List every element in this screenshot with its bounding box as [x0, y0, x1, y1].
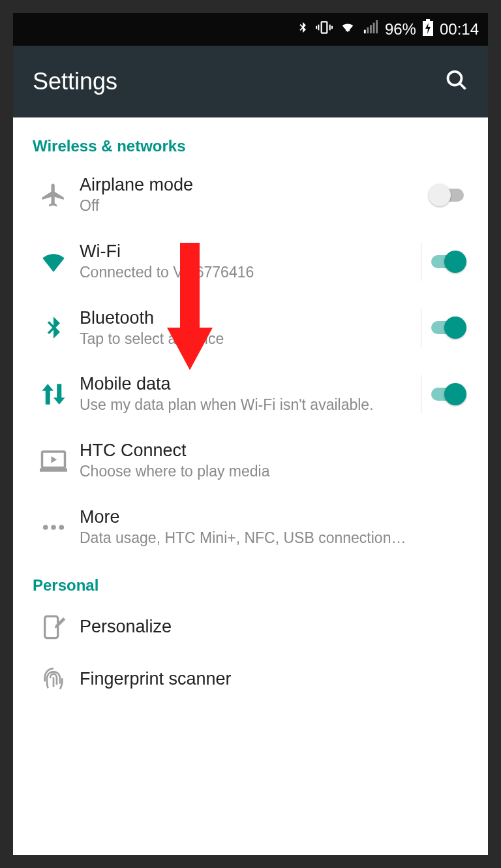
- phone-frame: 96% 00:14 Settings Wireless & networks A…: [13, 13, 488, 855]
- svg-rect-11: [426, 19, 430, 21]
- bluetooth-row-icon: [27, 315, 80, 341]
- row-subtitle: Tap to select a device: [80, 330, 413, 349]
- search-icon[interactable]: [445, 69, 468, 95]
- svg-rect-0: [322, 22, 327, 33]
- toggle-bluetooth[interactable]: [429, 317, 466, 339]
- row-title: Wi-Fi: [80, 241, 413, 262]
- app-bar: Settings: [13, 46, 488, 117]
- row-title: More: [80, 507, 466, 527]
- row-title: Fingerprint scanner: [80, 669, 466, 689]
- wifi-icon: [339, 20, 356, 39]
- page-title: Settings: [33, 68, 117, 95]
- fingerprint-icon: [27, 666, 80, 692]
- vibrate-icon: [316, 19, 333, 40]
- row-fingerprint[interactable]: Fingerprint scanner: [13, 653, 488, 705]
- mobile-data-icon: [27, 380, 80, 408]
- row-mobile-data[interactable]: Mobile data Use my data plan when Wi-Fi …: [13, 361, 488, 427]
- svg-point-19: [51, 525, 56, 530]
- status-bar: 96% 00:14: [13, 13, 488, 46]
- svg-rect-6: [367, 27, 369, 33]
- signal-icon: [363, 20, 378, 39]
- row-title: HTC Connect: [80, 441, 466, 461]
- toggle-wifi[interactable]: [429, 251, 466, 273]
- airplane-icon: [27, 181, 80, 209]
- settings-list[interactable]: Wireless & networks Airplane mode Off Wi…: [13, 117, 488, 855]
- row-subtitle: Use my data plan when Wi-Fi isn't availa…: [80, 395, 413, 414]
- row-subtitle: Connected to VM6776416: [80, 263, 413, 282]
- row-title: Bluetooth: [80, 308, 413, 328]
- battery-charging-icon: [423, 19, 433, 40]
- svg-point-18: [43, 525, 48, 530]
- svg-marker-17: [52, 456, 57, 463]
- htc-connect-icon: [27, 447, 80, 474]
- row-subtitle: Off: [80, 196, 414, 215]
- toggle-airplane[interactable]: [429, 184, 466, 206]
- svg-rect-9: [376, 20, 378, 33]
- row-subtitle: Data usage, HTC Mini+, NFC, USB connecti…: [80, 529, 466, 548]
- svg-rect-7: [370, 25, 372, 33]
- row-airplane-mode[interactable]: Airplane mode Off: [13, 162, 488, 228]
- section-header-wireless: Wireless & networks: [13, 121, 488, 162]
- svg-rect-8: [373, 23, 375, 33]
- battery-percentage: 96%: [385, 20, 416, 39]
- toggle-mobile-data[interactable]: [429, 383, 466, 405]
- svg-rect-5: [364, 30, 366, 33]
- section-header-personal: Personal: [13, 561, 488, 601]
- row-wifi[interactable]: Wi-Fi Connected to VM6776416: [13, 228, 488, 295]
- bluetooth-icon: [296, 19, 309, 40]
- row-title: Personalize: [80, 617, 466, 637]
- row-title: Airplane mode: [80, 175, 414, 195]
- clock: 00:14: [440, 20, 479, 39]
- row-personalize[interactable]: Personalize: [13, 601, 488, 653]
- row-more[interactable]: More Data usage, HTC Mini+, NFC, USB con…: [13, 494, 488, 561]
- more-icon: [27, 514, 80, 541]
- svg-point-20: [59, 525, 64, 530]
- wifi-row-icon: [27, 248, 80, 275]
- svg-line-14: [460, 84, 466, 89]
- row-subtitle: Choose where to play media: [80, 462, 466, 481]
- row-bluetooth[interactable]: Bluetooth Tap to select a device: [13, 295, 488, 362]
- row-title: Mobile data: [80, 374, 413, 394]
- personalize-icon: [27, 614, 80, 640]
- svg-point-13: [448, 72, 462, 85]
- row-htc-connect[interactable]: HTC Connect Choose where to play media: [13, 427, 488, 494]
